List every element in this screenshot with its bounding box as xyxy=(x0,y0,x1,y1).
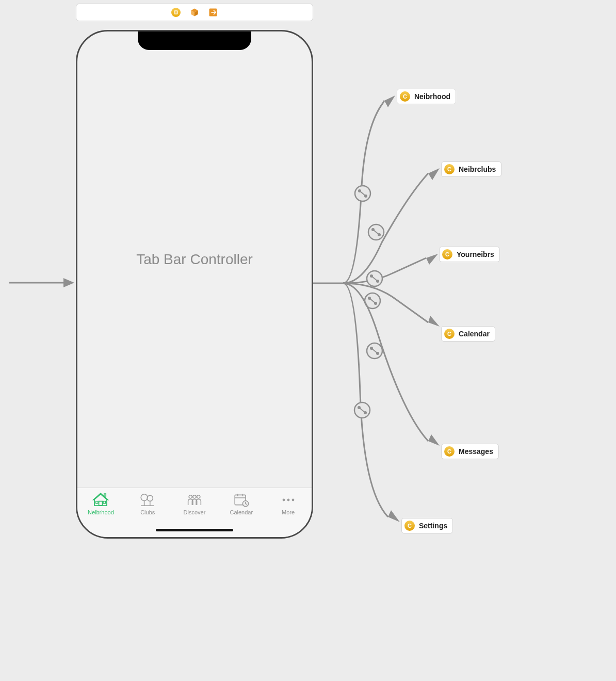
destination-label: Messages xyxy=(459,447,493,456)
exit-icon[interactable] xyxy=(208,8,218,17)
svg-point-6 xyxy=(141,494,148,501)
more-dots-icon xyxy=(281,492,296,508)
tab-more[interactable]: More xyxy=(268,492,309,515)
svg-point-33 xyxy=(367,271,382,286)
svg-point-35 xyxy=(376,280,379,283)
svg-point-25 xyxy=(364,194,367,198)
controller-title: Tab Bar Controller xyxy=(77,31,312,488)
controller-icon xyxy=(444,164,455,174)
destination-label: Neibrhood xyxy=(414,92,450,101)
destination-yourneibrs[interactable]: Yourneibrs xyxy=(439,247,500,262)
controller-icon xyxy=(444,446,455,457)
tab-calendar[interactable]: Calendar xyxy=(221,492,262,515)
destination-settings[interactable]: Settings xyxy=(401,518,453,533)
svg-point-34 xyxy=(370,274,373,278)
svg-line-51 xyxy=(359,408,365,413)
svg-marker-47 xyxy=(388,510,400,522)
svg-point-20 xyxy=(287,499,289,501)
svg-point-21 xyxy=(291,499,294,501)
svg-point-40 xyxy=(374,302,377,305)
svg-point-11 xyxy=(189,495,192,498)
scene-box-icon[interactable] xyxy=(190,8,199,17)
phone-frame: Tab Bar Controller Neibrhood xyxy=(76,30,313,539)
controller-icon xyxy=(442,249,452,260)
storyboard-icon[interactable] xyxy=(171,8,181,17)
svg-point-24 xyxy=(358,189,361,192)
svg-rect-3 xyxy=(99,501,103,506)
tab-label: Calendar xyxy=(230,509,253,515)
controller-icon xyxy=(400,91,410,102)
svg-rect-4 xyxy=(96,501,98,504)
svg-point-29 xyxy=(371,228,375,231)
svg-point-50 xyxy=(364,411,367,414)
destination-messages[interactable]: Messages xyxy=(441,444,499,459)
svg-point-43 xyxy=(367,343,382,359)
svg-point-30 xyxy=(378,233,381,236)
calendar-clock-icon xyxy=(233,492,250,508)
svg-point-39 xyxy=(368,297,371,300)
svg-point-19 xyxy=(282,499,285,501)
svg-marker-32 xyxy=(426,254,438,265)
svg-line-31 xyxy=(373,230,379,235)
destination-neibrclubs[interactable]: Neibrclubs xyxy=(441,161,501,177)
destination-calendar[interactable]: Calendar xyxy=(441,326,495,342)
svg-rect-5 xyxy=(103,501,105,504)
svg-line-46 xyxy=(371,348,378,353)
tab-label: More xyxy=(282,509,295,515)
svg-line-36 xyxy=(371,276,378,281)
svg-point-28 xyxy=(368,224,384,240)
svg-point-38 xyxy=(365,293,380,309)
tab-label: Discover xyxy=(184,509,206,515)
destination-label: Settings xyxy=(419,522,447,530)
tab-clubs[interactable]: Clubs xyxy=(127,492,168,515)
destination-label: Calendar xyxy=(459,330,490,338)
svg-point-13 xyxy=(197,495,200,498)
tab-label: Neibrhood xyxy=(88,509,114,515)
svg-line-26 xyxy=(360,191,366,196)
house-icon xyxy=(92,492,109,508)
svg-point-49 xyxy=(358,406,361,409)
tree-group-icon xyxy=(139,492,156,508)
svg-point-45 xyxy=(376,352,379,355)
svg-point-48 xyxy=(354,402,370,418)
svg-marker-27 xyxy=(428,168,440,180)
svg-point-23 xyxy=(355,186,370,201)
tab-label: Clubs xyxy=(140,509,155,515)
destination-label: Yourneibrs xyxy=(457,250,494,258)
destination-label: Neibrclubs xyxy=(459,165,496,173)
svg-line-41 xyxy=(369,298,376,303)
svg-marker-22 xyxy=(384,95,395,107)
svg-marker-42 xyxy=(428,434,440,446)
svg-marker-37 xyxy=(428,316,440,327)
destination-neibrhood[interactable]: Neibrhood xyxy=(397,89,456,104)
svg-marker-2 xyxy=(63,278,74,287)
svg-point-44 xyxy=(370,347,373,350)
home-indicator xyxy=(156,529,233,531)
controller-icon xyxy=(444,329,455,339)
controller-icon xyxy=(404,521,415,531)
tab-discover[interactable]: Discover xyxy=(174,492,215,515)
people-icon xyxy=(186,492,203,508)
svg-point-12 xyxy=(193,495,196,498)
svg-point-7 xyxy=(147,495,153,501)
entry-arrow xyxy=(9,277,74,289)
scene-toolbar xyxy=(76,4,313,21)
tab-neibrhood[interactable]: Neibrhood xyxy=(80,492,121,515)
